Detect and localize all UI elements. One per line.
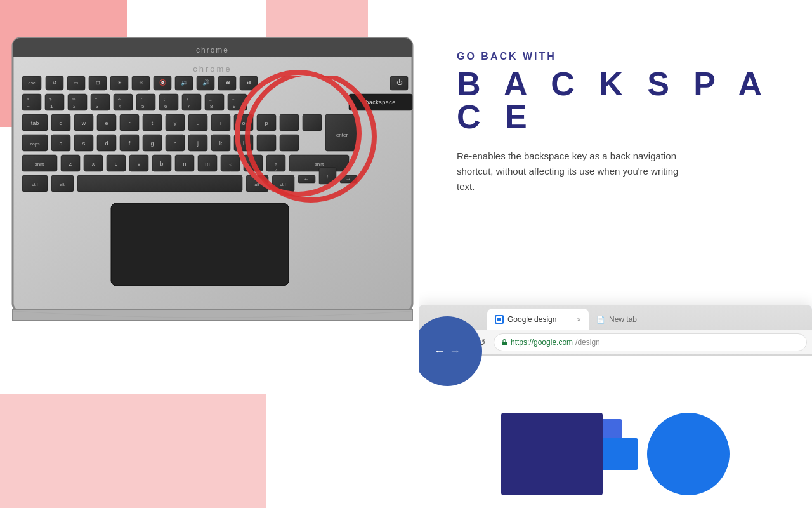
svg-text:2: 2 bbox=[73, 104, 76, 109]
svg-text:⏮: ⏮ bbox=[225, 79, 230, 86]
active-tab-label: Google design bbox=[508, 315, 556, 324]
svg-text:%: % bbox=[72, 97, 76, 101]
svg-text:i: i bbox=[220, 120, 221, 126]
svg-text:<: < bbox=[229, 163, 232, 166]
svg-rect-41 bbox=[114, 94, 133, 110]
svg-text:x: x bbox=[92, 161, 95, 167]
svg-text:>: > bbox=[252, 163, 254, 166]
svg-text:h: h bbox=[173, 140, 176, 147]
svg-text:shift: shift bbox=[315, 161, 324, 167]
svg-text:(: ( bbox=[164, 97, 165, 101]
svg-text:⊡: ⊡ bbox=[96, 80, 100, 86]
svg-text:☀: ☀ bbox=[117, 80, 122, 86]
svg-text:1: 1 bbox=[50, 104, 53, 109]
svg-rect-35 bbox=[68, 94, 87, 110]
svg-text:u: u bbox=[196, 120, 199, 126]
svg-text:→: → bbox=[346, 176, 351, 182]
left-panel: chrome chrome esc ↺ ▭ ⊡ ☀ ☀ 🔇 🔉 🔊 ⏮ ⏯ ⏻ … bbox=[0, 0, 419, 508]
svg-text:☀: ☀ bbox=[139, 80, 143, 86]
svg-text:ctrl: ctrl bbox=[280, 182, 286, 187]
svg-text:4: 4 bbox=[119, 104, 122, 109]
svg-text:b: b bbox=[160, 161, 163, 167]
svg-text:↓: ↓ bbox=[326, 184, 329, 190]
svg-text:r: r bbox=[129, 120, 131, 126]
svg-text:chrome: chrome bbox=[196, 46, 229, 55]
svg-text:←: ← bbox=[304, 176, 310, 182]
svg-rect-152 bbox=[111, 203, 289, 286]
svg-text:l: l bbox=[243, 140, 244, 147]
svg-text:5: 5 bbox=[141, 104, 145, 109]
svg-text:🔊: 🔊 bbox=[202, 79, 210, 86]
url-gray-part: /design bbox=[575, 338, 600, 347]
svg-rect-44 bbox=[136, 94, 155, 110]
svg-text:tab: tab bbox=[31, 120, 39, 126]
svg-rect-84 bbox=[303, 114, 322, 131]
svg-text:⏻: ⏻ bbox=[396, 79, 403, 86]
svg-rect-56 bbox=[228, 94, 247, 110]
laptop-illustration: chrome chrome esc ↺ ▭ ⊡ ☀ ☀ 🔇 🔉 🔊 ⏮ ⏯ ⏻ … bbox=[0, 0, 419, 483]
address-bar[interactable]: https://google.com/design bbox=[494, 333, 807, 351]
content-graphic-2 bbox=[647, 413, 730, 495]
svg-text:a: a bbox=[59, 140, 62, 147]
svg-text:⏯: ⏯ bbox=[246, 79, 252, 86]
svg-text:s: s bbox=[82, 140, 86, 147]
svg-text:y: y bbox=[174, 120, 177, 126]
svg-text:7: 7 bbox=[187, 104, 190, 109]
svg-text:8: 8 bbox=[210, 104, 213, 109]
svg-text:3: 3 bbox=[96, 104, 99, 109]
svg-text:): ) bbox=[187, 97, 188, 101]
svg-text:🔉: 🔉 bbox=[181, 79, 188, 86]
main-title: B A C K S P A C E bbox=[457, 67, 787, 133]
svg-text:c: c bbox=[115, 161, 118, 167]
forward-arrow[interactable]: → bbox=[449, 345, 461, 358]
back-arrow[interactable]: ← bbox=[434, 345, 445, 358]
browser-mockup: ← → Google design × 📄 bbox=[419, 305, 812, 508]
svg-text:+: + bbox=[232, 97, 235, 101]
svg-text:q: q bbox=[59, 120, 62, 126]
svg-text:e: e bbox=[105, 120, 108, 126]
svg-rect-108 bbox=[280, 135, 299, 151]
svg-rect-50 bbox=[182, 94, 201, 110]
svg-text:9: 9 bbox=[233, 104, 236, 109]
svg-text:↺: ↺ bbox=[53, 80, 57, 86]
browser-tabs: Google design × 📄 New tab bbox=[419, 305, 812, 330]
svg-text:↑: ↑ bbox=[326, 173, 329, 180]
svg-rect-107 bbox=[257, 135, 276, 151]
svg-text:backspace: backspace bbox=[365, 99, 396, 105]
lock-icon bbox=[501, 338, 508, 346]
svg-text:g: g bbox=[150, 140, 154, 147]
active-tab[interactable]: Google design × bbox=[487, 309, 589, 330]
svg-rect-53 bbox=[205, 94, 224, 110]
content-graphic-1 bbox=[501, 413, 603, 495]
svg-text:&: & bbox=[118, 97, 121, 101]
svg-text:6: 6 bbox=[164, 104, 167, 109]
svg-text:ctrl: ctrl bbox=[32, 182, 38, 187]
tab-close-button[interactable]: × bbox=[577, 316, 581, 323]
svg-text:🔇: 🔇 bbox=[159, 79, 167, 86]
svg-rect-140 bbox=[77, 175, 242, 192]
new-tab-icon: 📄 bbox=[596, 316, 605, 324]
svg-text:shift: shift bbox=[35, 161, 44, 167]
inactive-tab-label: New tab bbox=[609, 315, 637, 324]
svg-text:n: n bbox=[183, 161, 186, 167]
subtitle: GO BACK WITH bbox=[457, 51, 787, 62]
svg-rect-32 bbox=[45, 94, 64, 110]
svg-text:m: m bbox=[205, 161, 210, 167]
svg-rect-83 bbox=[280, 114, 299, 131]
new-tab[interactable]: 📄 New tab bbox=[589, 309, 652, 330]
svg-text:caps: caps bbox=[30, 142, 40, 147]
svg-rect-47 bbox=[159, 94, 178, 110]
browser-content bbox=[419, 356, 812, 508]
url-green-part: https://google.com bbox=[511, 338, 573, 347]
svg-text:o: o bbox=[242, 120, 245, 126]
svg-text:d: d bbox=[105, 140, 108, 147]
svg-text:~: ~ bbox=[27, 104, 30, 109]
svg-text:_: _ bbox=[209, 97, 212, 101]
svg-text:▭: ▭ bbox=[74, 80, 79, 86]
svg-text:w: w bbox=[81, 120, 86, 126]
svg-text:alt: alt bbox=[254, 182, 259, 187]
svg-text:p: p bbox=[265, 120, 268, 126]
svg-rect-38 bbox=[91, 94, 110, 110]
svg-text:^: ^ bbox=[95, 97, 97, 101]
svg-text:k: k bbox=[219, 140, 223, 147]
